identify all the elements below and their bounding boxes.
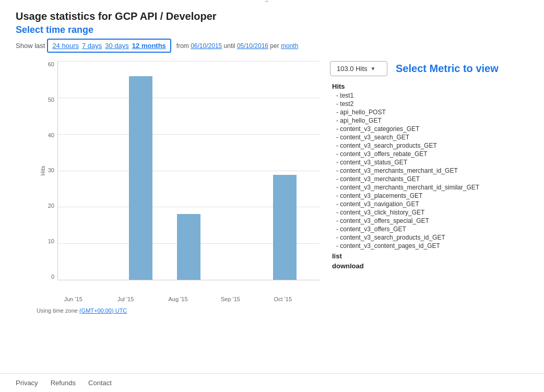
x-label-aug15: Aug '15 [152,296,204,302]
chevron-up-icon[interactable]: ⌃ [262,0,272,6]
footer-refunds-link[interactable]: Refunds [51,379,76,387]
metric-item-content_v3_offers_get[interactable]: - content_v3_offers_GET [332,225,528,233]
bar-oct15 [261,61,309,280]
timezone-link[interactable]: (GMT+00:00) UTC [79,307,127,314]
x-label-jul15: Jul '15 [99,296,151,302]
page-title: Usage statistics for GCP API / Developer [16,10,528,22]
metric-item-content_v3_navigation_get[interactable]: - content_v3_navigation_GET [332,200,528,208]
time-controls-row: Show last 24 hours 7 days 30 days 12 mon… [16,39,528,53]
date-range-text: from 06/10/2015 until 05/10/2016 per mon… [176,42,299,50]
timezone-note: Using time zone (GMT+00:00) UTC [37,307,320,314]
metric-item-content_v3_search_products_get[interactable]: - content_v3_search_products_GET [332,141,528,150]
bars-container [58,61,320,280]
dropdown-arrow-icon: ▼ [371,66,376,72]
metric-item-content_v3_offers_special_get[interactable]: - content_v3_offers_special_GET [332,217,528,225]
chart-area: Hits 60 50 40 30 20 10 0 [16,61,320,314]
x-label-sep15: Sep '15 [204,296,256,302]
metric-item-api_hello_get[interactable]: - api_hello_GET [332,116,528,125]
metric-item-content_v3_merchants_get[interactable]: - content_v3_merchants_GET [332,175,528,183]
metric-item-content_v3_placements_get[interactable]: - content_v3_placements_GET [332,192,528,200]
per-month-link[interactable]: month [281,42,298,50]
footer-contact-link[interactable]: Contact [88,379,112,387]
metric-category-hits[interactable]: Hits [332,82,528,90]
metric-item-content_v3_status_get[interactable]: - content_v3_status_GET [332,158,528,167]
y-tick-0: 0 [40,274,54,280]
footer: Privacy Refunds Contact [0,373,544,392]
bar-jun15 [68,61,116,280]
metric-item-content_v3_categories_get[interactable]: - content_v3_categories_GET [332,125,528,133]
from-date-link[interactable]: 06/10/2015 [191,42,222,50]
time-link-7d[interactable]: 7 days [82,42,102,50]
time-link-30d[interactable]: 30 days [105,42,129,50]
bar-aug15 [164,61,212,280]
y-tick-60: 60 [40,61,54,67]
time-link-24h[interactable]: 24 hours [52,42,79,50]
metric-panel: 103.0 Hits ▼ Select Metric to view Hits … [330,61,528,314]
metric-standalone-download[interactable]: download [332,262,528,270]
bar-jul15 [116,61,164,280]
main-content: Hits 60 50 40 30 20 10 0 [16,61,528,314]
x-labels: Jun '15 Jul '15 Aug '15 Sep '15 Oct '15 [37,296,320,302]
x-label-jun15: Jun '15 [47,296,99,302]
until-date-link[interactable]: 05/10/2016 [237,42,268,50]
bar-sep15 [213,61,261,280]
metric-item-content_v3_click_history_get[interactable]: - content_v3_click_history_GET [332,208,528,217]
y-tick-40: 40 [40,132,54,138]
timezone-label: Using time zone [37,307,79,314]
select-metric-label: Select Metric to view [396,63,499,75]
metric-item-content_v3_merchants_merchant_id_get[interactable]: - content_v3_merchants_merchant_id_GET [332,167,528,175]
y-tick-30: 30 [40,167,54,173]
x-label-oct15: Oct '15 [257,296,309,302]
metric-item-content_v3_search_products_id_get[interactable]: - content_v3_search_products_id_GET [332,233,528,242]
chart-wrapper: Hits 60 50 40 30 20 10 0 [57,61,320,280]
y-tick-50: 50 [40,97,54,103]
metric-item-content_v3_content_pages_id_get[interactable]: - content_v3_content_pages_id_GET [332,242,528,250]
y-tick-20: 20 [40,203,54,209]
show-last-label: Show last [16,42,45,50]
y-axis-ticks: 60 50 40 30 20 10 0 [40,61,54,280]
select-time-range-link[interactable]: Select time range [16,25,93,35]
metric-item-api_hello_post[interactable]: - api_hello_POST [332,108,528,116]
hits-dropdown[interactable]: 103.0 Hits ▼ [330,61,387,76]
dropdown-value: 103.0 Hits [337,65,368,73]
y-tick-10: 10 [40,238,54,244]
metric-item-content_v3_offers_rebate_get[interactable]: - content_v3_offers_rebate_GET [332,150,528,158]
footer-privacy-link[interactable]: Privacy [16,379,38,387]
metric-item-test1[interactable]: - test1 [332,91,528,100]
metric-item-test2[interactable]: - test2 [332,100,528,108]
metric-item-content_v3_merchants_merchant_id_similar_get[interactable]: - content_v3_merchants_merchant_id_simil… [332,183,528,192]
time-range-box: 24 hours 7 days 30 days 12 months [47,39,171,53]
metric-selector-row: 103.0 Hits ▼ Select Metric to view [330,61,528,76]
metric-standalone-list[interactable]: list [332,252,528,260]
metric-item-content_v3_search_get[interactable]: - content_v3_search_GET [332,133,528,141]
time-link-12m[interactable]: 12 months [132,42,166,50]
metric-list: Hits - test1 - test2 - api_hello_POST - … [330,82,528,270]
